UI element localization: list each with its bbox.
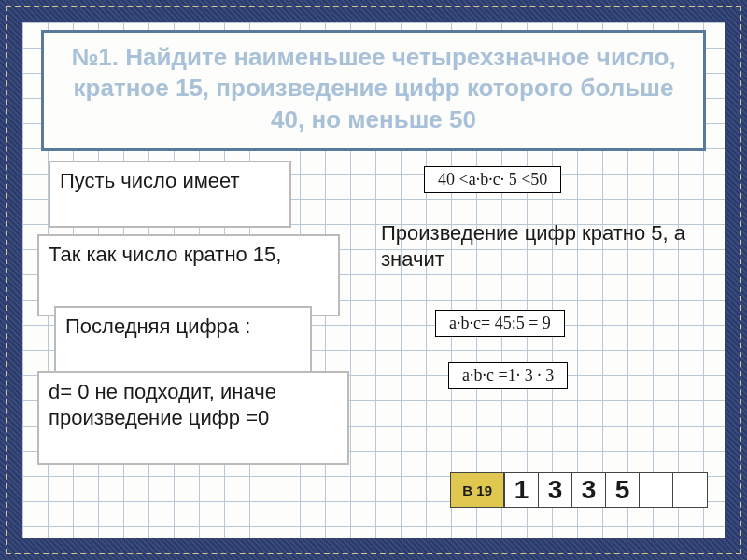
step-text-3: Последняя цифра : (65, 315, 250, 338)
answer-tab[interactable]: В 19 (450, 472, 504, 508)
step-box-3: Последняя цифра : (54, 306, 312, 381)
problem-title: №1. Найдите наименьшее четырехзначное чи… (61, 42, 686, 135)
answer-tab-label: В 19 (462, 483, 492, 498)
formula-factors: a·b·c =1· 3 · 3 (448, 362, 568, 389)
formula-inequality: 40 <a·b·c· 5 <50 (424, 166, 561, 193)
formula-division: a·b·c= 45:5 = 9 (435, 310, 565, 337)
step-box-4: d= 0 не подходит, иначе произведение циф… (37, 371, 349, 465)
answer-cell: 5 (606, 473, 640, 507)
step-text-2: Так как число кратно 15, (49, 243, 281, 266)
step-text-4: d= 0 не подходит, иначе произведение циф… (49, 380, 276, 429)
problem-title-box: №1. Найдите наименьшее четырехзначное чи… (41, 30, 706, 151)
step-box-2: Так как число кратно 15, (37, 234, 340, 316)
step-box-1: Пусть число имеет (49, 161, 291, 228)
step-text-1: Пусть число имеет (60, 169, 240, 192)
answer-cell: 3 (539, 473, 572, 507)
answer-cell (673, 473, 707, 507)
answer-cell (640, 473, 673, 507)
answer-cell: 3 (572, 473, 606, 507)
right-explanation: Произведение цифр кратно 5, а значит (381, 220, 698, 273)
answer-cells: 1 3 3 5 (504, 472, 708, 508)
answer-cell: 1 (505, 473, 539, 507)
answer-bar: В 19 1 3 3 5 (450, 472, 708, 508)
